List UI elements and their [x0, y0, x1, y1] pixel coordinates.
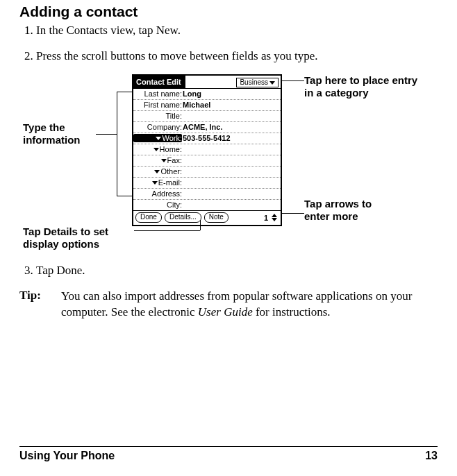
scroll-arrows[interactable]	[272, 214, 279, 221]
label-other[interactable]: Other:	[133, 167, 182, 176]
chevron-down-icon	[153, 148, 159, 151]
label-home[interactable]: Home:	[133, 145, 182, 153]
field-company[interactable]: Company: ACME, Inc.	[133, 122, 281, 133]
step-3: Tap Done.	[36, 263, 438, 279]
callout-type-info: Type the information	[23, 121, 96, 146]
callout-arrows: Tap arrows to enter more	[304, 198, 394, 223]
footer-page-number: 13	[425, 450, 438, 462]
tip: Tip: You can also import addresses from …	[19, 289, 438, 321]
chevron-down-icon	[161, 159, 167, 162]
value-first-name: Michael	[182, 101, 281, 109]
label-address: Address:	[133, 189, 182, 198]
label-fax[interactable]: Fax:	[133, 156, 182, 164]
field-other[interactable]: Other:	[133, 167, 281, 178]
field-email[interactable]: E-mail:	[133, 178, 281, 189]
label-title: Title:	[133, 112, 182, 120]
chevron-down-icon	[152, 181, 158, 185]
label-city: City:	[133, 201, 182, 209]
category-label: Business	[240, 78, 268, 86]
page-indicator: 1	[264, 214, 269, 222]
label-company: Company:	[133, 123, 182, 131]
details-button[interactable]: Details...	[165, 212, 201, 223]
chevron-down-icon	[269, 81, 275, 85]
field-home[interactable]: Home:	[133, 144, 281, 155]
value-last-name: Long	[182, 90, 281, 98]
tip-label: Tip:	[19, 289, 57, 321]
chevron-down-icon	[154, 170, 160, 173]
arrow-up-icon	[272, 214, 277, 217]
note-button[interactable]: Note	[204, 212, 228, 223]
label-work[interactable]: Work:	[133, 134, 182, 142]
field-work[interactable]: Work: 503-555-5412	[133, 133, 281, 144]
value-work: 503-555-5412	[182, 134, 281, 142]
section-heading: Adding a contact	[19, 3, 438, 20]
pda-screen: Contact Edit Business Last name: Long Fi…	[132, 74, 282, 226]
tip-text: You can also import addresses from popul…	[57, 289, 438, 321]
label-first-name: First name:	[133, 101, 182, 109]
arrow-down-icon	[272, 218, 277, 221]
field-title[interactable]: Title:	[133, 111, 281, 122]
label-email[interactable]: E-mail:	[133, 178, 182, 187]
value-company: ACME, Inc.	[182, 123, 281, 131]
pda-title: Contact Edit	[133, 76, 185, 88]
step-2: Press the scroll buttons to move between…	[36, 49, 438, 65]
step-1: In the Contacts view, tap New.	[36, 23, 438, 39]
field-fax[interactable]: Fax:	[133, 155, 281, 167]
field-address[interactable]: Address:	[133, 189, 281, 200]
done-button[interactable]: Done	[135, 212, 162, 223]
field-first-name[interactable]: First name: Michael	[133, 100, 281, 111]
callout-details: Tap Details to set display options	[23, 226, 134, 250]
chevron-down-icon	[156, 137, 161, 140]
diagram: Contact Edit Business Last name: Long Fi…	[19, 74, 438, 255]
category-selector[interactable]: Business	[236, 78, 279, 87]
label-last-name: Last name:	[133, 90, 182, 98]
field-last-name[interactable]: Last name: Long	[133, 89, 281, 100]
field-city[interactable]: City:	[133, 200, 281, 210]
callout-category: Tap here to place entry in a category	[304, 74, 419, 99]
footer-section: Using Your Phone	[19, 450, 115, 462]
